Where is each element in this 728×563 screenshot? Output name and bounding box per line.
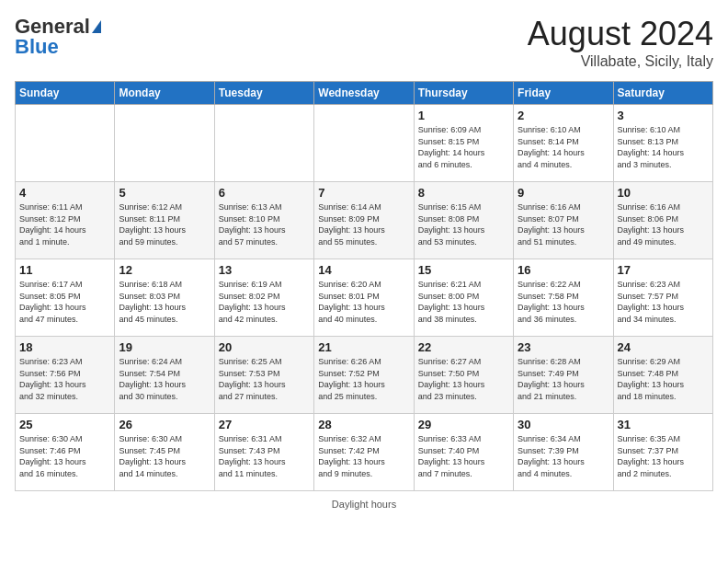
calendar-cell: 13Sunrise: 6:19 AM Sunset: 8:02 PM Dayli… <box>214 259 313 337</box>
calendar-cell: 6Sunrise: 6:13 AM Sunset: 8:10 PM Daylig… <box>214 182 313 259</box>
weekday-header: Sunday <box>16 82 115 105</box>
calendar-cell: 24Sunrise: 6:29 AM Sunset: 7:48 PM Dayli… <box>613 337 712 414</box>
calendar-cell: 8Sunrise: 6:15 AM Sunset: 8:08 PM Daylig… <box>414 182 513 259</box>
calendar-cell: 21Sunrise: 6:26 AM Sunset: 7:52 PM Dayli… <box>314 337 414 414</box>
day-info: Sunrise: 6:32 AM Sunset: 7:42 PM Dayligh… <box>318 433 409 479</box>
day-number: 5 <box>119 186 210 200</box>
calendar-cell: 18Sunrise: 6:23 AM Sunset: 7:56 PM Dayli… <box>16 337 115 414</box>
day-info: Sunrise: 6:21 AM Sunset: 8:00 PM Dayligh… <box>418 279 509 325</box>
day-number: 1 <box>418 109 509 122</box>
page-header: General Blue August 2024 Villabate, Sici… <box>15 15 713 70</box>
calendar-cell: 2Sunrise: 6:10 AM Sunset: 8:14 PM Daylig… <box>514 105 613 182</box>
day-number: 13 <box>219 263 310 277</box>
calendar-cell <box>115 105 214 182</box>
day-number: 11 <box>19 263 110 277</box>
day-info: Sunrise: 6:26 AM Sunset: 7:52 PM Dayligh… <box>318 356 409 402</box>
day-info: Sunrise: 6:14 AM Sunset: 8:09 PM Dayligh… <box>318 201 409 247</box>
calendar-cell: 26Sunrise: 6:30 AM Sunset: 7:45 PM Dayli… <box>115 414 214 491</box>
calendar-cell: 28Sunrise: 6:32 AM Sunset: 7:42 PM Dayli… <box>314 414 414 491</box>
day-info: Sunrise: 6:31 AM Sunset: 7:43 PM Dayligh… <box>219 433 310 479</box>
calendar-week-row: 4Sunrise: 6:11 AM Sunset: 8:12 PM Daylig… <box>16 182 713 259</box>
calendar-cell <box>214 105 313 182</box>
day-number: 15 <box>418 263 509 277</box>
calendar-cell: 22Sunrise: 6:27 AM Sunset: 7:50 PM Dayli… <box>414 337 513 414</box>
calendar-cell: 20Sunrise: 6:25 AM Sunset: 7:53 PM Dayli… <box>214 337 313 414</box>
calendar-cell: 31Sunrise: 6:35 AM Sunset: 7:37 PM Dayli… <box>613 414 712 491</box>
day-info: Sunrise: 6:27 AM Sunset: 7:50 PM Dayligh… <box>418 356 509 402</box>
calendar-cell: 11Sunrise: 6:17 AM Sunset: 8:05 PM Dayli… <box>16 259 115 337</box>
day-number: 3 <box>618 109 709 122</box>
day-info: Sunrise: 6:25 AM Sunset: 7:53 PM Dayligh… <box>219 356 310 402</box>
weekday-header: Monday <box>115 82 214 105</box>
footer-text: Daylight hours <box>332 499 396 510</box>
calendar-cell: 1Sunrise: 6:09 AM Sunset: 8:15 PM Daylig… <box>414 105 513 182</box>
day-number: 30 <box>518 418 609 431</box>
weekday-header: Saturday <box>613 82 712 105</box>
calendar-cell: 19Sunrise: 6:24 AM Sunset: 7:54 PM Dayli… <box>115 337 214 414</box>
day-info: Sunrise: 6:10 AM Sunset: 8:13 PM Dayligh… <box>618 124 709 170</box>
calendar-cell: 3Sunrise: 6:10 AM Sunset: 8:13 PM Daylig… <box>613 105 712 182</box>
title-block: August 2024 Villabate, Sicily, Italy <box>528 15 713 70</box>
logo-blue: Blue <box>15 35 59 59</box>
day-number: 4 <box>19 186 110 200</box>
weekday-header: Thursday <box>414 82 513 105</box>
day-number: 8 <box>418 186 509 200</box>
day-number: 20 <box>219 340 310 354</box>
day-info: Sunrise: 6:22 AM Sunset: 7:58 PM Dayligh… <box>518 279 609 325</box>
day-info: Sunrise: 6:23 AM Sunset: 7:57 PM Dayligh… <box>618 279 709 325</box>
calendar-cell: 4Sunrise: 6:11 AM Sunset: 8:12 PM Daylig… <box>16 182 115 259</box>
day-number: 18 <box>19 340 110 354</box>
day-number: 21 <box>318 340 409 354</box>
day-info: Sunrise: 6:34 AM Sunset: 7:39 PM Dayligh… <box>518 433 609 479</box>
day-info: Sunrise: 6:20 AM Sunset: 8:01 PM Dayligh… <box>318 279 409 325</box>
day-number: 9 <box>518 186 609 200</box>
day-info: Sunrise: 6:13 AM Sunset: 8:10 PM Dayligh… <box>219 201 310 247</box>
day-info: Sunrise: 6:12 AM Sunset: 8:11 PM Dayligh… <box>119 201 210 247</box>
day-number: 12 <box>119 263 210 277</box>
day-number: 7 <box>318 186 409 200</box>
location-subtitle: Villabate, Sicily, Italy <box>528 53 713 70</box>
calendar-table: SundayMondayTuesdayWednesdayThursdayFrid… <box>15 81 713 491</box>
day-number: 29 <box>418 418 509 431</box>
footer: Daylight hours <box>15 499 713 510</box>
calendar-cell: 25Sunrise: 6:30 AM Sunset: 7:46 PM Dayli… <box>16 414 115 491</box>
day-number: 31 <box>618 418 709 431</box>
month-year-title: August 2024 <box>528 15 713 53</box>
day-info: Sunrise: 6:35 AM Sunset: 7:37 PM Dayligh… <box>618 433 709 479</box>
day-number: 28 <box>318 418 409 431</box>
calendar-week-row: 18Sunrise: 6:23 AM Sunset: 7:56 PM Dayli… <box>16 337 713 414</box>
day-info: Sunrise: 6:16 AM Sunset: 8:07 PM Dayligh… <box>518 201 609 247</box>
calendar-cell: 23Sunrise: 6:28 AM Sunset: 7:49 PM Dayli… <box>514 337 613 414</box>
calendar-cell: 10Sunrise: 6:16 AM Sunset: 8:06 PM Dayli… <box>613 182 712 259</box>
calendar-week-row: 25Sunrise: 6:30 AM Sunset: 7:46 PM Dayli… <box>16 414 713 491</box>
calendar-week-row: 11Sunrise: 6:17 AM Sunset: 8:05 PM Dayli… <box>16 259 713 337</box>
day-info: Sunrise: 6:09 AM Sunset: 8:15 PM Dayligh… <box>418 124 509 170</box>
day-info: Sunrise: 6:24 AM Sunset: 7:54 PM Dayligh… <box>119 356 210 402</box>
weekday-header: Tuesday <box>214 82 313 105</box>
weekday-header-row: SundayMondayTuesdayWednesdayThursdayFrid… <box>16 82 713 105</box>
day-number: 27 <box>219 418 310 431</box>
calendar-cell <box>16 105 115 182</box>
calendar-cell <box>314 105 414 182</box>
day-info: Sunrise: 6:15 AM Sunset: 8:08 PM Dayligh… <box>418 201 509 247</box>
calendar-cell: 30Sunrise: 6:34 AM Sunset: 7:39 PM Dayli… <box>514 414 613 491</box>
day-info: Sunrise: 6:28 AM Sunset: 7:49 PM Dayligh… <box>518 356 609 402</box>
logo: General Blue <box>15 15 101 59</box>
day-number: 14 <box>318 263 409 277</box>
calendar-cell: 16Sunrise: 6:22 AM Sunset: 7:58 PM Dayli… <box>514 259 613 337</box>
calendar-cell: 7Sunrise: 6:14 AM Sunset: 8:09 PM Daylig… <box>314 182 414 259</box>
day-number: 24 <box>618 340 709 354</box>
day-number: 26 <box>119 418 210 431</box>
calendar-cell: 29Sunrise: 6:33 AM Sunset: 7:40 PM Dayli… <box>414 414 513 491</box>
weekday-header: Friday <box>514 82 613 105</box>
calendar-cell: 9Sunrise: 6:16 AM Sunset: 8:07 PM Daylig… <box>514 182 613 259</box>
calendar-week-row: 1Sunrise: 6:09 AM Sunset: 8:15 PM Daylig… <box>16 105 713 182</box>
day-info: Sunrise: 6:17 AM Sunset: 8:05 PM Dayligh… <box>19 279 110 325</box>
calendar-cell: 5Sunrise: 6:12 AM Sunset: 8:11 PM Daylig… <box>115 182 214 259</box>
day-info: Sunrise: 6:29 AM Sunset: 7:48 PM Dayligh… <box>618 356 709 402</box>
weekday-header: Wednesday <box>314 82 414 105</box>
calendar-cell: 12Sunrise: 6:18 AM Sunset: 8:03 PM Dayli… <box>115 259 214 337</box>
day-info: Sunrise: 6:30 AM Sunset: 7:45 PM Dayligh… <box>119 433 210 479</box>
day-info: Sunrise: 6:23 AM Sunset: 7:56 PM Dayligh… <box>19 356 110 402</box>
day-number: 17 <box>618 263 709 277</box>
